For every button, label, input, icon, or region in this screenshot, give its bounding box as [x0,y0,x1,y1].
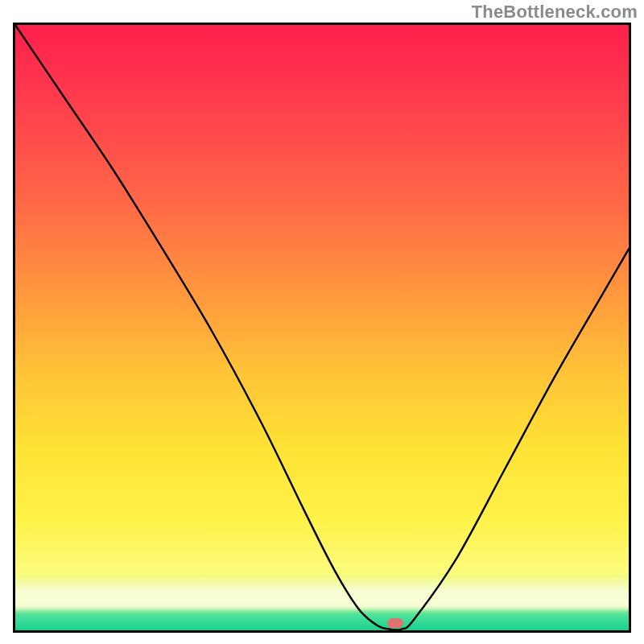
chart-container: TheBottleneck.com [0,0,644,644]
minimum-marker [387,618,403,628]
bottleneck-curve-path [15,25,629,630]
curve-layer [15,25,629,630]
plot-area [13,23,631,633]
watermark-label: TheBottleneck.com [472,2,638,23]
